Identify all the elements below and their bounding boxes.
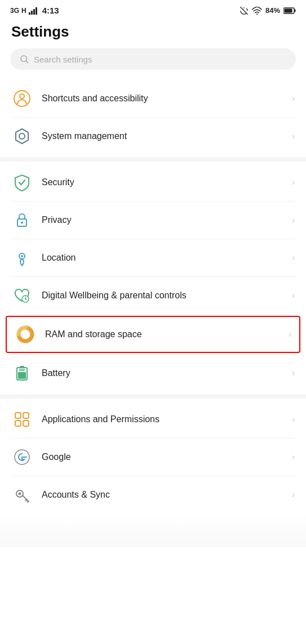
ram-chevron: › <box>289 329 291 339</box>
wellbeing-label: Digital Wellbeing & parental controls <box>42 290 287 302</box>
security-chevron: › <box>292 177 295 187</box>
settings-item-security[interactable]: Security › <box>0 164 306 201</box>
svg-rect-24 <box>20 366 24 368</box>
svg-rect-7 <box>295 9 296 12</box>
settings-item-wellbeing[interactable]: Digital Wellbeing & parental controls › <box>0 277 306 314</box>
shortcuts-label: Shortcuts and accessibility <box>42 93 287 105</box>
ram-icon <box>15 324 36 345</box>
settings-item-ram[interactable]: RAM and storage space › <box>6 316 300 353</box>
battery-menu-icon <box>11 363 33 384</box>
wellbeing-chevron: › <box>292 290 295 301</box>
system-chevron: › <box>292 131 295 141</box>
svg-rect-1 <box>31 11 33 15</box>
applications-icon <box>11 409 33 430</box>
location-label: Location <box>42 252 287 264</box>
security-label: Security <box>42 177 287 189</box>
group-divider-2 <box>0 394 306 399</box>
h-indicator: H <box>21 7 26 15</box>
svg-point-5 <box>256 13 258 14</box>
svg-rect-16 <box>21 222 23 223</box>
search-icon <box>19 54 29 64</box>
svg-rect-2 <box>33 9 35 15</box>
page-title: Settings <box>0 19 306 48</box>
privacy-chevron: › <box>292 215 295 225</box>
wellbeing-icon <box>11 285 33 306</box>
settings-item-google[interactable]: Google › <box>0 439 306 476</box>
accounts-icon <box>11 484 33 506</box>
status-right: 84% <box>240 6 296 15</box>
svg-point-14 <box>19 133 25 139</box>
svg-rect-25 <box>18 372 26 379</box>
shortcuts-icon <box>11 88 33 109</box>
svg-line-10 <box>26 61 28 62</box>
svg-rect-28 <box>15 413 21 418</box>
privacy-icon <box>11 209 33 231</box>
security-icon <box>11 172 33 193</box>
svg-point-12 <box>20 94 24 99</box>
search-placeholder: Search settings <box>34 55 92 64</box>
settings-item-system[interactable]: System management › <box>0 118 306 155</box>
network-indicator: 3G <box>10 7 19 15</box>
status-bar: 3G H 4:13 84% <box>0 0 306 19</box>
svg-rect-29 <box>23 413 29 418</box>
system-icon <box>11 126 33 147</box>
time-display: 4:13 <box>42 6 59 15</box>
settings-item-battery[interactable]: Battery › <box>0 355 306 392</box>
settings-item-shortcuts[interactable]: Shortcuts and accessibility › <box>0 80 306 117</box>
settings-group-1: Shortcuts and accessibility › System man… <box>0 80 306 155</box>
battery-percent: 84% <box>265 6 280 15</box>
applications-label: Applications and Permissions <box>42 414 287 426</box>
location-chevron: › <box>292 253 295 263</box>
group-divider-1 <box>0 157 306 162</box>
status-left: 3G H 4:13 <box>10 6 59 15</box>
svg-point-34 <box>19 493 21 495</box>
system-label: System management <box>42 131 287 142</box>
svg-rect-0 <box>29 12 30 15</box>
svg-rect-30 <box>15 421 21 426</box>
accounts-chevron: › <box>292 490 295 500</box>
applications-chevron: › <box>292 414 295 424</box>
battery-chevron: › <box>292 368 295 378</box>
battery-status-icon <box>283 7 296 14</box>
svg-point-18 <box>21 255 23 257</box>
google-label: Google <box>42 451 287 463</box>
location-icon <box>11 247 33 269</box>
settings-item-privacy[interactable]: Privacy › <box>0 202 306 239</box>
privacy-label: Privacy <box>42 214 287 226</box>
search-bar[interactable]: Search settings <box>10 48 296 70</box>
wifi-icon <box>252 7 262 15</box>
google-chevron: › <box>292 452 295 462</box>
accounts-label: Accounts & Sync <box>42 489 287 501</box>
divider-5 <box>11 314 295 315</box>
mute-icon <box>240 6 249 15</box>
battery-label: Battery <box>42 368 287 379</box>
settings-group-3: Applications and Permissions › Google › <box>0 401 306 513</box>
svg-marker-13 <box>16 129 28 144</box>
bottom-fade <box>0 513 306 547</box>
settings-item-accounts[interactable]: Accounts & Sync › <box>0 476 306 513</box>
shortcuts-chevron: › <box>292 93 295 104</box>
ram-label: RAM and storage space <box>45 329 284 341</box>
settings-group-2: Security › Privacy › Location › <box>0 164 306 392</box>
settings-item-location[interactable]: Location › <box>0 239 306 276</box>
google-icon <box>11 446 33 468</box>
svg-rect-8 <box>285 8 292 12</box>
svg-rect-31 <box>23 421 29 426</box>
settings-item-applications[interactable]: Applications and Permissions › <box>0 401 306 438</box>
svg-rect-3 <box>36 7 37 15</box>
svg-line-21 <box>25 299 26 299</box>
signal-icon <box>29 7 38 15</box>
